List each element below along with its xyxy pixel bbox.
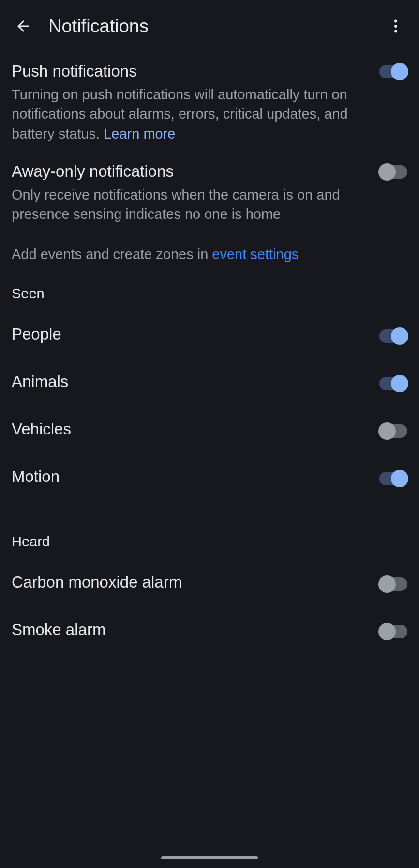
animals-row: Animals (12, 358, 407, 405)
motion-label: Motion (12, 467, 60, 486)
event-settings-info: Add events and create zones in event set… (12, 233, 407, 272)
away-only-setting: Away-only notifications Only receive not… (12, 153, 407, 233)
learn-more-link[interactable]: Learn more (104, 126, 175, 141)
carbon-monoxide-row: Carbon monoxide alarm (12, 558, 407, 606)
header: Notifications (0, 0, 419, 52)
push-notifications-toggle[interactable] (379, 65, 407, 78)
away-only-text: Away-only notifications Only receive not… (12, 161, 379, 224)
push-notifications-description-text: Turning on push notifications will autom… (12, 87, 348, 141)
away-only-title: Away-only notifications (12, 161, 370, 182)
vehicles-toggle[interactable] (379, 424, 407, 438)
vehicles-row: Vehicles (12, 405, 407, 453)
away-only-description: Only receive notifications when the came… (12, 185, 370, 224)
back-icon[interactable] (12, 15, 35, 38)
carbon-monoxide-toggle[interactable] (379, 577, 407, 591)
people-label: People (12, 325, 61, 343)
push-notifications-text: Push notifications Turning on push notif… (12, 61, 379, 144)
people-toggle[interactable] (379, 329, 407, 343)
seen-section-header: Seen (12, 272, 407, 310)
svg-point-2 (394, 30, 397, 33)
motion-toggle[interactable] (379, 472, 407, 485)
smoke-alarm-label: Smoke alarm (12, 620, 105, 639)
page-title: Notifications (48, 16, 149, 37)
vehicles-label: Vehicles (12, 420, 71, 438)
svg-point-1 (394, 25, 397, 28)
push-notifications-description: Turning on push notifications will autom… (12, 85, 370, 144)
animals-toggle[interactable] (379, 377, 407, 390)
svg-point-0 (394, 20, 397, 23)
push-notifications-title: Push notifications (12, 61, 370, 82)
carbon-monoxide-label: Carbon monoxide alarm (12, 573, 182, 591)
more-vert-icon[interactable] (384, 15, 407, 38)
event-settings-info-prefix: Add events and create zones in (12, 247, 212, 262)
away-only-toggle[interactable] (379, 165, 407, 179)
animals-label: Animals (12, 372, 68, 391)
people-row: People (12, 310, 407, 358)
content: Push notifications Turning on push notif… (0, 52, 419, 653)
heard-section-header: Heard (12, 520, 407, 558)
motion-row: Motion (12, 453, 407, 500)
home-indicator[interactable] (161, 856, 258, 859)
push-notifications-setting: Push notifications Turning on push notif… (12, 52, 407, 153)
smoke-alarm-toggle[interactable] (379, 625, 407, 638)
smoke-alarm-row: Smoke alarm (12, 606, 407, 653)
event-settings-link[interactable]: event settings (212, 247, 299, 262)
divider (12, 511, 407, 512)
